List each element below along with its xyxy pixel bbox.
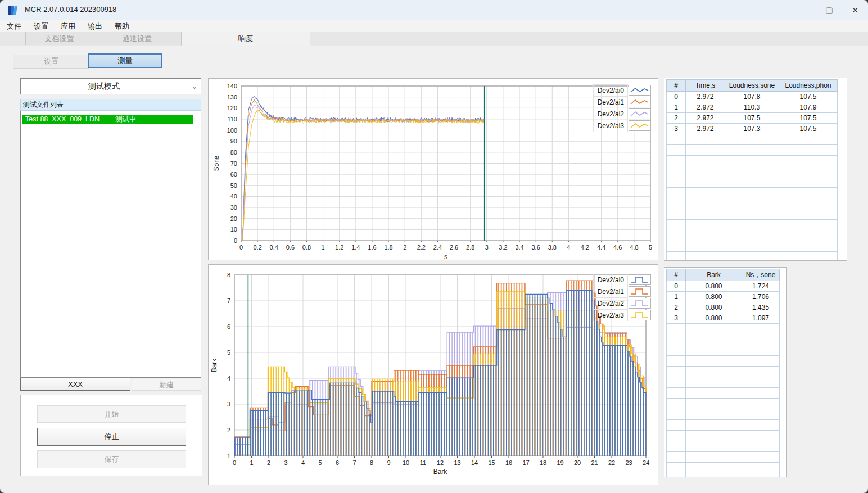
- svg-text:3.6: 3.6: [532, 244, 540, 251]
- svg-text:2: 2: [227, 427, 230, 433]
- svg-text:2.8: 2.8: [466, 244, 474, 251]
- subtab-measure[interactable]: 测量: [88, 53, 162, 68]
- svg-text:2.4: 2.4: [433, 244, 442, 251]
- svg-text:Bark: Bark: [433, 468, 448, 476]
- table-cell: 0.800: [686, 281, 742, 292]
- empty-table-row: [667, 177, 838, 188]
- table-header-row: #Time,sLoudness,soneLoudness,phon: [667, 80, 838, 92]
- svg-text:10: 10: [230, 226, 237, 233]
- legend-label: Dev2/ai0: [593, 274, 628, 286]
- svg-text:80: 80: [230, 149, 237, 156]
- subtab-settings[interactable]: 设置: [13, 55, 89, 69]
- chevron-down-icon[interactable]: ⌄: [188, 80, 201, 93]
- list-item[interactable]: Test 88_XXX_009_LDN测试中: [22, 115, 193, 124]
- table-cell: 0.800: [686, 292, 742, 302]
- maximize-button[interactable]: ▢: [816, 0, 842, 20]
- menu-help[interactable]: 帮助: [109, 20, 135, 33]
- bar-series-icon: [629, 298, 651, 309]
- table-cell: 110.3: [725, 102, 779, 113]
- tab-document-settings[interactable]: 文档设置: [25, 32, 93, 45]
- empty-table-row: [667, 431, 780, 441]
- svg-text:40: 40: [230, 193, 237, 200]
- svg-text:20: 20: [230, 215, 237, 222]
- svg-text:Sone: Sone: [213, 155, 220, 171]
- bark-table: #BarkNs，sone00.8001.72410.8001.70620.800…: [666, 269, 780, 477]
- empty-table-row: [667, 198, 838, 209]
- bar-series-icon: [629, 286, 651, 297]
- svg-text:0: 0: [239, 244, 243, 251]
- test-mode-select[interactable]: 测试模式 ⌄: [20, 78, 201, 94]
- svg-text:50: 50: [230, 182, 237, 189]
- empty-table-row: [667, 220, 838, 230]
- menu-settings[interactable]: 设置: [28, 20, 54, 33]
- svg-text:4: 4: [227, 375, 230, 382]
- empty-table-row: [667, 134, 838, 145]
- tab-channel-settings[interactable]: 通道设置: [93, 32, 182, 45]
- bark-table-panel: #BarkNs，sone00.8001.72410.8001.70620.800…: [664, 267, 787, 477]
- new-button[interactable]: 新建: [132, 379, 201, 391]
- empty-table-row: [667, 334, 780, 345]
- tab-loudness[interactable]: 响度: [181, 32, 310, 46]
- svg-text:30: 30: [230, 204, 237, 211]
- legend-label: Dev2/ai0: [593, 84, 628, 96]
- start-button[interactable]: 开始: [37, 405, 186, 423]
- empty-table-row: [667, 409, 780, 420]
- svg-text:1.4: 1.4: [351, 244, 360, 251]
- stop-button[interactable]: 停止: [37, 428, 186, 446]
- legend-item: Dev2/ai2: [593, 297, 651, 309]
- bark-chart-legend: Dev2/ai0Dev2/ai1Dev2/ai2Dev2/ai3: [593, 274, 651, 321]
- save-button[interactable]: 保存: [37, 450, 186, 468]
- svg-text:3.8: 3.8: [548, 244, 557, 251]
- empty-table-row: [667, 345, 780, 356]
- bar-series-icon: [629, 310, 651, 320]
- svg-text:2: 2: [403, 244, 406, 251]
- svg-text:0.8: 0.8: [302, 244, 311, 251]
- xxx-button[interactable]: XXX: [20, 378, 130, 391]
- loudness-table-panel: #Time,sLoudness,soneLoudness,phon02.9721…: [664, 78, 847, 261]
- svg-text:19: 19: [557, 459, 563, 466]
- table-row: 20.8001.435: [667, 302, 780, 313]
- svg-text:5: 5: [649, 244, 652, 251]
- line-series-icon: [629, 85, 651, 96]
- svg-text:7: 7: [227, 297, 230, 304]
- close-button[interactable]: ✕: [842, 0, 868, 20]
- table-cell: 2.972: [686, 124, 725, 134]
- svg-text:120: 120: [227, 105, 237, 111]
- table-cell: 107.5: [779, 92, 838, 102]
- table-cell: 2.972: [686, 92, 725, 102]
- table-cell: 107.5: [779, 113, 838, 124]
- column-header: #: [667, 269, 686, 281]
- svg-text:8: 8: [227, 272, 230, 278]
- table-cell: 2: [667, 302, 686, 313]
- table-cell: 1.724: [742, 281, 780, 292]
- table-cell: 107.3: [725, 124, 779, 134]
- app-window: MCR 2.07.0.014 202300918 – ▢ ✕ 文件 设置 应用 …: [0, 0, 868, 493]
- table-header-row: #BarkNs，sone: [667, 269, 780, 281]
- menu-apply[interactable]: 应用: [55, 20, 81, 33]
- table-cell: 1.435: [742, 302, 780, 313]
- svg-text:90: 90: [230, 138, 237, 144]
- svg-text:4.2: 4.2: [581, 244, 589, 251]
- loudness-time-chart[interactable]: 00.20.40.60.811.21.41.61.822.22.42.62.83…: [209, 79, 657, 259]
- bar-series-icon: [629, 274, 651, 285]
- bark-spectrum-chart[interactable]: 0123456789101112131415161718192021222324…: [209, 265, 657, 483]
- file-list[interactable]: Test 88_XXX_009_LDN测试中: [20, 111, 201, 378]
- file-list-header: 测试文件列表: [20, 99, 201, 111]
- table-cell: 1: [667, 102, 686, 113]
- test-mode-value: 测试模式: [21, 79, 187, 94]
- legend-item: Dev2/ai1: [593, 96, 651, 108]
- loudness-chart-legend: Dev2/ai0Dev2/ai1Dev2/ai2Dev2/ai3: [593, 84, 651, 132]
- svg-text:3: 3: [485, 244, 489, 251]
- line-series-icon: [629, 120, 651, 131]
- menu-file[interactable]: 文件: [1, 20, 27, 33]
- svg-text:1.2: 1.2: [335, 244, 343, 251]
- table-cell: 107.5: [725, 113, 779, 124]
- svg-text:s: s: [444, 253, 447, 259]
- minimize-button[interactable]: –: [790, 0, 816, 20]
- column-header: Loudness,phon: [779, 80, 838, 92]
- menu-output[interactable]: 输出: [82, 20, 108, 33]
- list-item-status: 测试中: [115, 115, 137, 123]
- empty-table-row: [667, 399, 780, 409]
- svg-text:110: 110: [227, 116, 237, 123]
- title-bar: MCR 2.07.0.014 202300918 – ▢ ✕: [0, 0, 868, 20]
